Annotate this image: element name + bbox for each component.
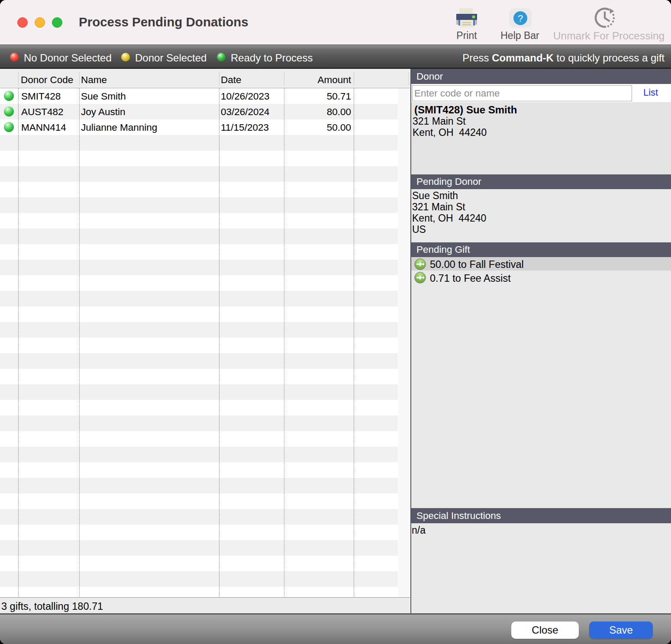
svg-text:?: ?	[518, 13, 523, 24]
